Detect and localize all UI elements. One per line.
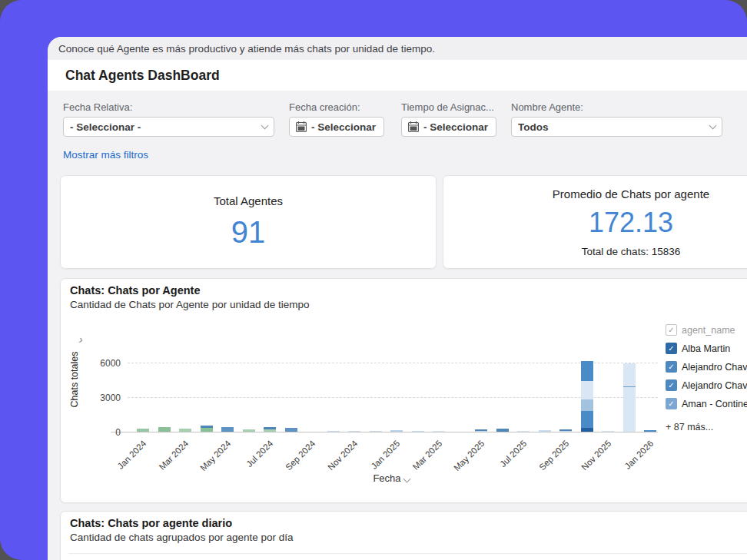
legend-more-link[interactable]: + 87 más... [666, 422, 713, 432]
kpi-card-promedio-chats: Promedio de Chats por agente 172.13 Tota… [443, 175, 747, 269]
stacked-bar-jan-2026[interactable] [644, 430, 656, 432]
x-tick-label: Jul 2024 [237, 439, 274, 476]
stacked-bar-jul-2025[interactable] [517, 431, 530, 432]
stacked-bar-jun-2025[interactable] [496, 429, 509, 432]
x-axis-field-selector[interactable]: Fecha [314, 472, 468, 484]
x-tick-label: May 2025 [449, 439, 486, 476]
bar-segment [623, 363, 636, 386]
kpi-subtitle: Total de chats: 15836 [443, 246, 747, 257]
stacked-bar-feb-2024[interactable] [158, 427, 171, 432]
checkbox-checked-icon[interactable]: ✓ [666, 343, 677, 354]
tiempo-asignacion-value: - Seleccionar - [423, 121, 490, 133]
chevron-down-icon [709, 122, 717, 130]
bar-segment [264, 429, 276, 432]
x-tick-label: Jan 2025 [364, 439, 401, 476]
stacked-bar-jul-2024[interactable] [264, 427, 276, 432]
bar-segment [559, 431, 572, 432]
nombre-agente-select[interactable]: Todos [511, 117, 722, 137]
x-axis-line [111, 432, 658, 432]
x-tick-label: Nov 2024 [322, 439, 359, 476]
fecha-creacion-value: - Seleccionar - [311, 121, 377, 133]
bar-segment [243, 429, 255, 432]
bar-segment [581, 361, 593, 381]
y-axis-label-wrap: Chats totales [68, 334, 81, 426]
filter-label-fecha-creacion: Fecha creación: [289, 101, 360, 113]
gridline [128, 363, 658, 363]
fecha-relativa-select[interactable]: - Seleccionar - [63, 117, 274, 137]
bar-segment [581, 411, 593, 428]
bar-segment [433, 431, 445, 432]
show-more-filters-link[interactable]: Mostrar más filtros [63, 149, 148, 161]
stacked-bar-mar-2024[interactable] [179, 429, 191, 432]
tagline-bar: Conoce qué Agente es más productivo y at… [48, 37, 747, 60]
chevron-down-icon [261, 122, 269, 130]
stacked-bar-oct-2025[interactable] [581, 361, 593, 432]
kpi-card-total-agentes: Total Agentes 91 [60, 175, 437, 269]
chart-title: Chats: Chats por Agente [70, 284, 200, 297]
bar-segment [602, 431, 614, 432]
kpi-value: 172.13 [443, 207, 747, 239]
x-tick-label: Jan 2026 [618, 439, 655, 476]
stacked-bar-oct-2024[interactable] [327, 431, 340, 432]
gridline [128, 397, 658, 398]
stacked-bar-feb-2025[interactable] [412, 431, 424, 432]
stacked-bar-dec-2025[interactable] [623, 363, 636, 432]
bar-chart-plot-area: 030006000Jan 2024Mar 2024May 2024Jul 202… [128, 327, 658, 432]
chart-subtitle: Cantidad de Chats por Agente por unidad … [70, 299, 309, 310]
x-tick-label: Mar 2024 [153, 439, 190, 476]
legend-item[interactable]: ✓Aman - Contine [666, 397, 747, 410]
bar-segment [285, 428, 297, 432]
legend-item-label: Alba Martin [682, 343, 730, 354]
bar-segment [517, 431, 530, 432]
legend-field-toggle[interactable]: ✓ agent_name [666, 323, 735, 336]
bar-segment [581, 428, 593, 432]
x-tick-label: Sep 2024 [280, 439, 317, 476]
filter-label-tiempo-asignacion: Tiempo de Asignac... [401, 101, 494, 113]
filter-label-nombre-agente: Nombre Agente: [511, 101, 583, 113]
y-tick-label: 3000 [100, 393, 121, 403]
x-tick-label: Nov 2025 [576, 439, 613, 476]
stacked-bar-nov-2024[interactable] [348, 431, 360, 432]
stacked-bar-jan-2024[interactable] [137, 429, 149, 432]
stacked-bar-jun-2024[interactable] [243, 429, 255, 432]
x-axis-title: Fecha [373, 472, 400, 484]
tiempo-asignacion-datepicker[interactable]: - Seleccionar - [401, 117, 496, 137]
bar-segment [581, 399, 593, 411]
stacked-bar-mar-2025[interactable] [433, 431, 445, 432]
bar-segment [327, 431, 340, 432]
kpi-value: 91 [61, 215, 436, 250]
page-title: Chat Agents DashBoard [65, 68, 220, 84]
y-tick-label: 6000 [100, 358, 121, 369]
bar-segment [348, 431, 360, 432]
fecha-relativa-value: - Seleccionar - [70, 121, 257, 133]
stacked-bar-nov-2025[interactable] [602, 431, 614, 432]
checkbox-checked-icon[interactable]: ✓ [666, 361, 677, 373]
legend-item[interactable]: ✓Alejandro Chav [666, 360, 747, 373]
bar-segment [581, 381, 593, 400]
stacked-bar-may-2025[interactable] [475, 429, 487, 432]
stacked-bar-dec-2024[interactable] [370, 431, 382, 432]
fecha-creacion-datepicker[interactable]: - Seleccionar - [289, 117, 384, 137]
y-axis-label: Chats totales [69, 340, 80, 419]
stacked-bar-aug-2025[interactable] [539, 430, 551, 432]
checkbox-checked-icon[interactable]: ✓ [666, 379, 677, 391]
checkbox-checked-icon[interactable]: ✓ [666, 324, 677, 336]
stacked-bar-apr-2024[interactable] [201, 426, 213, 432]
legend-field-name: agent_name [682, 325, 735, 336]
dashboard-panel: Conoce qué Agente es más productivo y at… [48, 37, 747, 560]
stacked-bar-may-2024[interactable] [221, 427, 234, 432]
chart-subtitle: Cantidad de chats agrupados por agente p… [70, 532, 293, 543]
bar-segment [475, 431, 487, 432]
stacked-bar-aug-2024[interactable] [285, 428, 297, 432]
kpi-title: Total Agentes [61, 194, 436, 207]
legend-item[interactable]: ✓Alba Martin [666, 342, 730, 355]
stacked-bar-sep-2025[interactable] [559, 429, 572, 432]
legend-item-label: Aman - Contine [682, 399, 747, 409]
bar-segment [644, 430, 656, 432]
x-tick-label: Jul 2025 [491, 439, 528, 476]
legend-item[interactable]: ✓Alejandro Chav [666, 379, 747, 392]
calendar-icon [296, 121, 307, 132]
checkbox-checked-icon[interactable]: ✓ [666, 398, 677, 409]
title-bar: Chat Agents DashBoard [48, 60, 747, 91]
stacked-bar-jan-2025[interactable] [390, 430, 403, 432]
